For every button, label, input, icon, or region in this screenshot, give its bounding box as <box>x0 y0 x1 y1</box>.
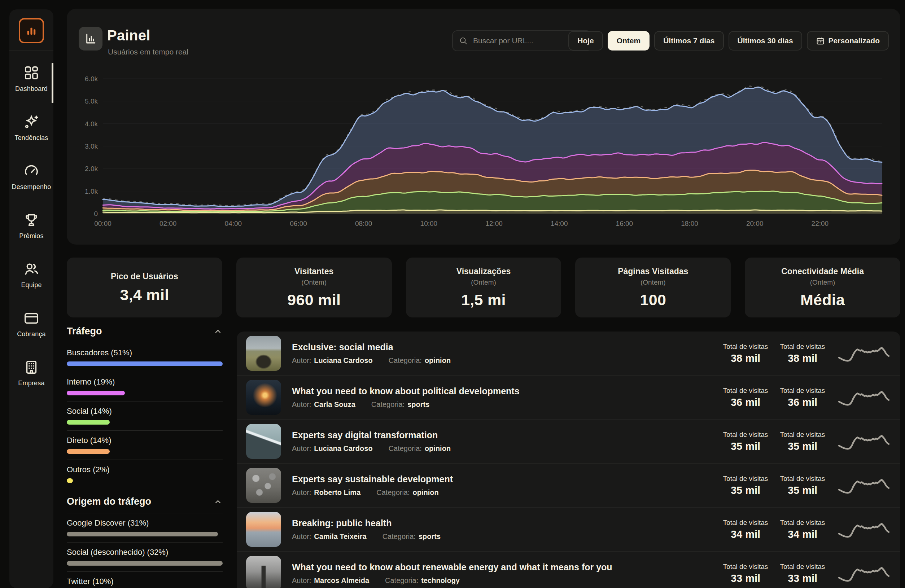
traffic-origin-item-label: Google Discover (31%) <box>67 518 223 528</box>
top-articles-list: Exclusive: social media Autor: Luciana C… <box>237 331 900 588</box>
sidebar-nav: Dashboard Tendências Desempenho Prêmios … <box>10 51 53 408</box>
article-row[interactable]: What you need to know about renewable en… <box>237 551 900 588</box>
range-button-personalizado[interactable]: Personalizado <box>807 31 889 51</box>
x-axis-label: 10:00 <box>421 220 438 227</box>
sidebar-item-empresa[interactable]: Empresa <box>10 359 53 408</box>
visits-value: 35 mil <box>717 441 774 452</box>
range-button-ultimos-7-dias[interactable]: Últimos 7 dias <box>654 31 724 51</box>
range-button-ultimos-30-dias[interactable]: Últimos 30 dias <box>729 31 802 51</box>
range-button-ontem[interactable]: Ontem <box>608 31 650 51</box>
traffic-origin-item: Twitter (10%) <box>67 577 223 588</box>
stat-card-visitantes: Visitantes (Ontem) 960 mil <box>237 258 392 317</box>
stat-card-paginas-visitadas: Páginas Visitadas (Ontem) 100 <box>575 258 731 317</box>
author-label: Autor: <box>292 357 311 365</box>
category-label: Categoria: <box>371 400 405 409</box>
divider <box>67 401 223 401</box>
author-value: Carla Souza <box>314 400 355 409</box>
sparkline-chart <box>837 474 891 497</box>
divider <box>67 513 223 514</box>
traffic-origin-item-label: Social (desconhecido) (32%) <box>67 548 223 557</box>
traffic-origin-bar <box>67 561 223 566</box>
article-title: Exclusive: social media <box>292 342 717 352</box>
stat-value: 3,4 mil <box>120 286 169 304</box>
range-button-hoje[interactable]: Hoje <box>568 31 603 51</box>
stat-sub: (Ontem) <box>301 279 327 287</box>
panel-icon-box <box>79 27 103 51</box>
logo-section <box>10 10 53 51</box>
divider <box>67 343 223 343</box>
stat-sub: (Ontem) <box>471 279 496 287</box>
bar-chart-logo-icon <box>25 24 38 37</box>
chevron-up-icon[interactable] <box>213 327 223 336</box>
traffic-origin-section-header: Origem do tráfego <box>67 496 223 507</box>
stat-value: 100 <box>640 291 666 309</box>
stat-value: Média <box>800 291 845 309</box>
category-value: sports <box>407 400 429 409</box>
sidebar-item-cobranca[interactable]: Cobrança <box>10 310 53 359</box>
visits-value: 38 mil <box>717 352 774 365</box>
visits-value: 35 mil <box>774 441 831 452</box>
y-axis-label: 0 <box>94 210 98 217</box>
app-logo[interactable] <box>19 18 44 43</box>
divider <box>67 460 223 460</box>
sidebar-item-label: Dashboard <box>15 85 48 93</box>
article-row[interactable]: Breaking: public health Autor: Camila Te… <box>237 507 900 551</box>
visits-value: 34 mil <box>717 528 774 540</box>
search-input[interactable] <box>472 36 578 46</box>
stat-value: 1,5 mi <box>461 291 506 309</box>
stat-card-visualizacoes: Visualizações (Ontem) 1,5 mi <box>406 258 562 317</box>
stat-card-conectividade-media: Conectividade Média (Ontem) Média <box>745 258 900 317</box>
sidebar-item-tendencias[interactable]: Tendências <box>10 114 53 163</box>
traffic-item-label: Direto (14%) <box>67 436 223 445</box>
article-thumbnail <box>246 556 281 588</box>
sidebar-item-label: Desempenho <box>11 183 51 191</box>
stats-row: Pico de Usuários 3,4 mil Visitantes (Ont… <box>67 258 900 317</box>
gauge-icon <box>23 163 40 179</box>
sidebar: Dashboard Tendências Desempenho Prêmios … <box>10 10 53 588</box>
traffic-item: Buscadores (51%) <box>67 348 223 366</box>
stat-value: 960 mil <box>287 291 341 309</box>
grid-icon <box>23 65 40 81</box>
visits-col: Total de visitas33 mil <box>774 563 831 585</box>
author-value: Luciana Cardoso <box>314 444 372 453</box>
traffic-item: Direto (14%) <box>67 436 223 454</box>
sidebar-item-desempenho[interactable]: Desempenho <box>10 163 53 212</box>
article-row[interactable]: What you need to know about political de… <box>237 375 900 419</box>
visits-value: 35 mil <box>774 485 831 496</box>
visits-col: Total de visitas36 mil <box>717 387 774 408</box>
y-axis-label: 6.0k <box>85 75 98 82</box>
button-label: Últimos 30 dias <box>738 36 793 45</box>
traffic-item-label: Outros (2%) <box>67 465 223 474</box>
traffic-bar <box>67 478 73 483</box>
category-label: Categoria: <box>376 488 410 497</box>
axis-chart-icon <box>84 32 97 46</box>
article-title: Breaking: public health <box>292 518 717 528</box>
article-row[interactable]: Experts say sustainable development Auto… <box>237 463 900 507</box>
article-row[interactable]: Exclusive: social media Autor: Luciana C… <box>237 331 900 375</box>
sidebar-item-equipe[interactable]: Equipe <box>10 261 53 310</box>
visits-value: 35 mil <box>717 485 774 496</box>
users-icon <box>23 261 40 277</box>
x-axis-label: 14:00 <box>551 220 568 227</box>
category-value: sports <box>419 533 441 541</box>
calendar-icon <box>816 36 825 46</box>
sidebar-item-premios[interactable]: Prêmios <box>10 212 53 261</box>
stat-sub: (Ontem) <box>810 279 835 287</box>
divider <box>67 430 223 431</box>
author-value: Camila Teixeira <box>314 533 366 541</box>
traffic-item: Social (14%) <box>67 407 223 425</box>
article-meta: Autor: Luciana Cardoso Categoria: opinio… <box>292 357 717 365</box>
category-value: opinion <box>425 444 451 453</box>
traffic-item-label: Buscadores (51%) <box>67 348 223 358</box>
article-row[interactable]: Experts say digital transformation Autor… <box>237 419 900 463</box>
author-label: Autor: <box>292 488 311 497</box>
article-meta: Autor: Camila Teixeira Categoria: sports <box>292 533 717 541</box>
sidebar-item-dashboard[interactable]: Dashboard <box>10 65 53 114</box>
article-title: What you need to know about political de… <box>292 386 717 396</box>
traffic-column: Tráfego Buscadores (51%) Interno (19%) S… <box>67 326 223 588</box>
author-value: Luciana Cardoso <box>314 357 372 365</box>
chevron-up-icon[interactable] <box>213 497 223 507</box>
traffic-item: Interno (19%) <box>67 377 223 395</box>
traffic-item: Outros (2%) <box>67 465 223 483</box>
category-label: Categoria: <box>383 533 416 541</box>
